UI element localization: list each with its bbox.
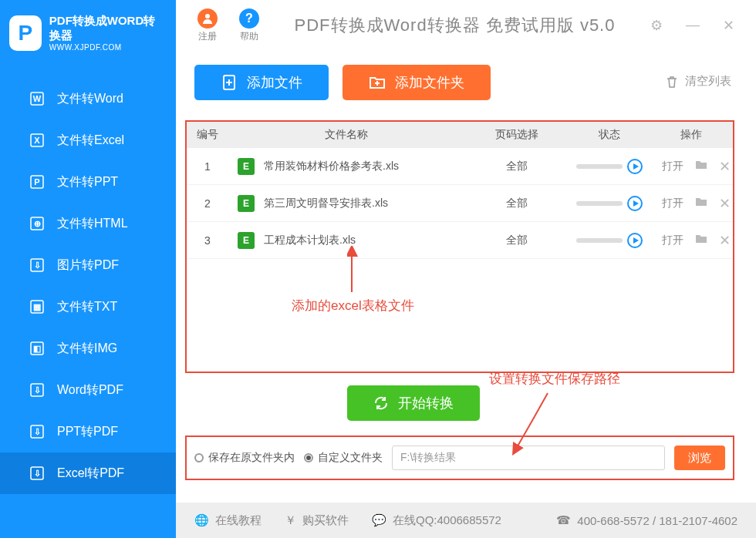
add-folder-button[interactable]: 添加文件夹 [343,65,491,100]
nav-label: Excel转PDF [57,466,124,482]
progress-bar [576,201,623,206]
phone-icon: ☎ [556,513,571,527]
logo-title: PDF转换成WORD转换器 [49,14,167,43]
play-icon[interactable] [627,233,643,248]
cell-page[interactable]: 全部 [464,197,569,210]
nav-icon: W [29,91,45,106]
svg-text:P: P [34,177,39,187]
minimize-icon[interactable]: — [686,17,700,34]
tutorial-link[interactable]: 🌐 在线教程 [194,513,262,528]
qq-link[interactable]: 💬 在线QQ:4006685572 [372,513,501,528]
logo-subtitle: WWW.XJPDF.COM [49,43,167,52]
sidebar-item-8[interactable]: ⇩ PPT转PDF [0,411,176,452]
nav-icon: ⇩ [29,424,45,439]
nav-label: 文件转IMG [57,341,117,357]
cell-status [569,233,650,248]
phone-info: ☎ 400-668-5572 / 181-2107-4602 [556,513,737,527]
sidebar: P PDF转换成WORD转换器 WWW.XJPDF.COM W 文件转Word … [0,0,176,538]
col-page: 页码选择 [464,128,569,142]
cell-name: E 常用装饰材料价格参考表.xls [228,158,464,175]
folder-plus-icon [369,74,386,91]
table-row: 1 E 常用装饰材料价格参考表.xls 全部 打开 ✕ [187,148,733,185]
cell-page[interactable]: 全部 [464,160,569,173]
radio-icon [194,453,204,462]
svg-text:⇩: ⇩ [34,427,41,436]
svg-text:W: W [33,94,42,103]
sidebar-item-5[interactable]: ▦ 文件转TXT [0,286,176,328]
svg-text:⇩: ⇩ [34,469,41,478]
remove-icon[interactable]: ✕ [719,195,731,212]
nav-label: 图片转PDF [57,257,119,274]
nav-icon: P [29,174,45,190]
svg-text:⊕: ⊕ [34,219,41,228]
app-title: PDF转换成Word转换器 免费试用版 v5.0 [259,14,650,37]
table-row: 3 E 工程成本计划表.xls 全部 打开 ✕ [187,222,733,259]
convert-section: 开始转换 [347,385,480,421]
sidebar-item-2[interactable]: P 文件转PPT [0,161,176,203]
annotation-arrow-1 [347,246,370,297]
open-link[interactable]: 打开 [662,197,683,210]
open-link[interactable]: 打开 [662,160,683,173]
nav-label: Word转PDF [57,382,123,398]
cell-status [569,159,650,174]
table-row: 2 E 第三周文明督导安排表.xls 全部 打开 ✕ [187,185,733,222]
radio-original-folder[interactable]: 保存在原文件夹内 [194,451,295,465]
sidebar-item-1[interactable]: X 文件转Excel [0,119,176,161]
folder-icon[interactable] [694,157,708,175]
sidebar-item-7[interactable]: ⇩ Word转PDF [0,369,176,411]
play-icon[interactable] [627,159,643,174]
yen-icon: ￥ [285,513,296,528]
toolbar: 添加文件 添加文件夹 [194,65,491,100]
help-button[interactable]: ? 帮助 [239,8,259,43]
globe-icon: 🌐 [194,513,209,527]
buy-link[interactable]: ￥ 购买软件 [285,513,349,528]
logo-icon: P [9,15,42,51]
close-window-icon[interactable]: ✕ [723,17,734,34]
play-icon[interactable] [627,196,643,211]
svg-text:X: X [34,136,40,145]
sidebar-item-4[interactable]: ⇩ 图片转PDF [0,244,176,286]
col-action: 操作 [650,128,733,142]
progress-bar [576,164,623,169]
sidebar-item-3[interactable]: ⊕ 文件转HTML [0,203,176,244]
browse-button[interactable]: 浏览 [674,446,725,470]
col-name: 文件名称 [228,128,464,142]
table-header: 编号 文件名称 页码选择 状态 操作 [187,122,733,148]
cell-status [569,196,650,211]
col-num: 编号 [187,128,228,142]
progress-bar [576,238,623,243]
clear-list-button[interactable]: 清空列表 [665,74,731,89]
save-path-section: 保存在原文件夹内 自定义文件夹 浏览 [185,435,734,480]
sidebar-item-6[interactable]: ◧ 文件转IMG [0,328,176,369]
start-convert-button[interactable]: 开始转换 [347,385,480,421]
table-empty-area [187,259,733,372]
nav-label: 文件转HTML [57,216,128,232]
sidebar-nav: W 文件转Word X 文件转Excel P 文件转PPT ⊕ 文件转HTML … [0,78,176,494]
sidebar-item-9[interactable]: ⇩ Excel转PDF [0,452,176,494]
excel-icon: E [238,195,255,212]
folder-icon[interactable] [694,231,708,249]
nav-icon: ⇩ [29,257,45,273]
nav-label: 文件转TXT [57,299,117,315]
annotation-save-path: 设置转换文件保存路径 [489,370,620,388]
register-button[interactable]: 注册 [197,8,218,43]
sidebar-item-0[interactable]: W 文件转Word [0,78,176,119]
cell-name: E 第三周文明督导安排表.xls [228,195,464,212]
file-name: 常用装饰材料价格参考表.xls [264,160,399,173]
cell-page[interactable]: 全部 [464,234,569,247]
file-name: 工程成本计划表.xls [264,234,356,247]
refresh-icon [373,395,389,411]
svg-text:◧: ◧ [33,344,41,353]
remove-icon[interactable]: ✕ [719,158,731,175]
nav-icon: ◧ [29,341,45,356]
cell-num: 2 [187,197,228,210]
radio-custom-folder[interactable]: 自定义文件夹 [304,451,383,465]
app-logo: P PDF转换成WORD转换器 WWW.XJPDF.COM [0,0,176,69]
col-status: 状态 [569,128,650,142]
cell-num: 3 [187,234,228,247]
open-link[interactable]: 打开 [662,234,683,247]
remove-icon[interactable]: ✕ [719,232,731,249]
folder-icon[interactable] [694,194,708,212]
settings-icon[interactable]: ⚙ [650,17,663,34]
add-file-button[interactable]: 添加文件 [194,65,329,100]
